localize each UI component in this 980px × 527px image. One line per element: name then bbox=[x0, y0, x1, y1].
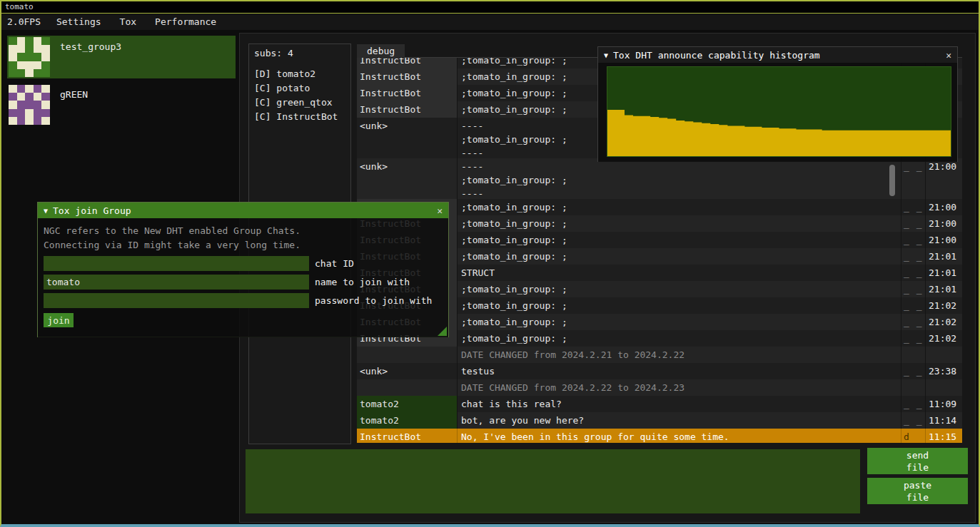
timestamp bbox=[925, 347, 962, 363]
join-info-line: NGC refers to the New DHT enabled Group … bbox=[44, 224, 443, 238]
group-name: gREEN bbox=[60, 89, 88, 100]
join-info-line: Connecting via ID might take a very long… bbox=[44, 238, 443, 252]
menu-item-settings[interactable]: Settings bbox=[47, 16, 111, 27]
join-field: password to join with bbox=[44, 293, 443, 308]
message-text: ;tomato_in_group: ; bbox=[458, 314, 901, 330]
timestamp: 21:01 bbox=[925, 281, 962, 297]
delivery-status: _ _ bbox=[901, 215, 925, 232]
fps-counter: 2.0FPS bbox=[1, 14, 47, 30]
join-button[interactable]: join bbox=[44, 313, 74, 327]
message-text: ----;tomato_in_group: ;---- bbox=[458, 158, 901, 199]
chat-row[interactable]: DATE CHANGED from 2024.2.22 to 2024.2.23 bbox=[357, 379, 962, 396]
chat-row[interactable]: tomato2chat is this real?_ _11:09 bbox=[357, 396, 962, 412]
timestamp bbox=[925, 379, 962, 396]
date-divider: DATE CHANGED from 2024.2.22 to 2024.2.23 bbox=[458, 379, 901, 396]
sender-name: <unk> bbox=[357, 363, 458, 379]
chat-row[interactable]: tomato2bot, are you new here?_ _11:14 bbox=[357, 412, 962, 429]
send-file-button[interactable]: send file bbox=[867, 448, 968, 474]
join-group-titlebar[interactable]: ▼ Tox join Group ✕ bbox=[38, 203, 448, 218]
join-group-window: ▼ Tox join Group ✕ NGC refers to the New… bbox=[37, 202, 449, 337]
delivery-status: _ _ bbox=[901, 412, 925, 429]
timestamp: 21:02 bbox=[925, 330, 962, 347]
timestamp: 11:15 bbox=[925, 429, 962, 443]
message-text: chat is this real? bbox=[458, 396, 901, 412]
menu-items: SettingsToxPerformance bbox=[47, 14, 226, 30]
timestamp: 21:00 bbox=[925, 158, 962, 199]
message-text: ;tomato_in_group: ; bbox=[458, 232, 901, 248]
message-text: ;tomato_in_group: ; bbox=[458, 330, 901, 347]
subs-member-tomato2[interactable]: [D] tomato2 bbox=[249, 67, 350, 81]
chat-row[interactable]: <unk>testus_ _23:38 bbox=[357, 363, 962, 379]
message-text: bot, are you new here? bbox=[458, 412, 901, 429]
delivery-status: _ _ bbox=[901, 158, 925, 199]
date-divider: DATE CHANGED from 2024.2.21 to 2024.2.22 bbox=[458, 347, 901, 363]
close-icon[interactable]: ✕ bbox=[437, 205, 443, 216]
timestamp: 21:00 bbox=[925, 232, 962, 248]
dht-histogram-plot[interactable] bbox=[607, 66, 951, 157]
message-text: ;tomato_in_group: ; bbox=[458, 199, 901, 215]
sidebar-item-gREEN[interactable]: gREEN bbox=[7, 83, 236, 126]
delivery-status: _ _ bbox=[901, 297, 925, 314]
sidebar-item-test_group3[interactable]: test_group3 bbox=[7, 36, 236, 78]
timestamp: 23:38 bbox=[925, 363, 962, 379]
sender-name: InstructBot bbox=[357, 68, 458, 85]
dht-histogram-window: ▼ Tox DHT announce capability histogram … bbox=[597, 46, 958, 162]
dht-histogram-titlebar[interactable]: ▼ Tox DHT announce capability histogram … bbox=[598, 47, 957, 63]
collapse-icon[interactable]: ▼ bbox=[604, 51, 608, 59]
join-group-title: Tox join Group bbox=[53, 205, 131, 216]
chat-scrollbar-thumb[interactable] bbox=[889, 165, 895, 196]
sender-name: InstructBot bbox=[357, 429, 458, 443]
paste-file-button[interactable]: paste file bbox=[867, 478, 968, 504]
menu-item-performance[interactable]: Performance bbox=[146, 16, 226, 27]
window-title: tomato bbox=[5, 2, 34, 11]
window-titlebar: tomato bbox=[1, 1, 979, 14]
message-text: testus bbox=[458, 363, 901, 379]
delivery-status bbox=[901, 347, 925, 363]
message-text: ;tomato_in_group: ; bbox=[458, 215, 901, 232]
menubar: 2.0FPS SettingsToxPerformance bbox=[1, 14, 979, 30]
delivery-status: d bbox=[901, 429, 925, 443]
collapse-icon[interactable]: ▼ bbox=[44, 207, 48, 215]
message-text: ;tomato_in_group: ; bbox=[458, 248, 901, 265]
dht-histogram-title: Tox DHT announce capability histogram bbox=[613, 50, 820, 61]
join-field-label: chat ID bbox=[315, 258, 354, 269]
join-field: name to join with bbox=[44, 275, 443, 290]
subs-list: [D] tomato2[C] potato[C] green_qtox[C] I… bbox=[249, 67, 350, 124]
subs-member-green_qtox[interactable]: [C] green_qtox bbox=[249, 96, 350, 110]
subs-count: subs: 4 bbox=[249, 44, 350, 58]
chat-id-input[interactable] bbox=[44, 256, 309, 271]
message-input[interactable] bbox=[246, 449, 860, 513]
menu-item-tox[interactable]: Tox bbox=[111, 16, 146, 27]
chat-row[interactable]: InstructBotNo, I've been in this group f… bbox=[357, 429, 962, 443]
group-avatar-test_group3-icon bbox=[9, 37, 50, 77]
message-text: ;tomato_in_group: ; bbox=[458, 281, 901, 297]
delivery-status: _ _ bbox=[901, 396, 925, 412]
chat-row[interactable]: <unk>----;tomato_in_group: ;----_ _21:00 bbox=[357, 158, 962, 199]
delivery-status: _ _ bbox=[901, 232, 925, 248]
group-avatar-gREEN-icon bbox=[9, 85, 50, 125]
join-field-label: name to join with bbox=[315, 277, 410, 287]
sender-name: InstructBot bbox=[357, 101, 458, 118]
delivery-status: _ _ bbox=[901, 199, 925, 215]
message-text: No, I've been in this group for quite so… bbox=[458, 429, 901, 443]
app-window: tomato 2.0FPS SettingsToxPerformance tes… bbox=[0, 0, 980, 527]
message-text: STRUCT bbox=[458, 265, 901, 281]
timestamp: 21:00 bbox=[925, 199, 962, 215]
timestamp: 21:02 bbox=[925, 314, 962, 330]
timestamp: 21:01 bbox=[925, 265, 962, 281]
delivery-status: _ _ bbox=[901, 314, 925, 330]
close-icon[interactable]: ✕ bbox=[946, 50, 951, 61]
join-field-label: password to join with bbox=[315, 295, 432, 306]
chat-row[interactable]: DATE CHANGED from 2024.2.21 to 2024.2.22 bbox=[357, 347, 962, 363]
timestamp: 21:01 bbox=[925, 248, 962, 265]
timestamp: 11:09 bbox=[925, 396, 962, 412]
tab-debug[interactable]: debug bbox=[357, 44, 405, 58]
timestamp: 21:02 bbox=[925, 297, 962, 314]
join-password-input[interactable] bbox=[44, 293, 309, 308]
resize-grip[interactable] bbox=[438, 327, 447, 336]
subs-member-InstructBot[interactable]: [C] InstructBot bbox=[249, 110, 350, 124]
message-text: ;tomato_in_group: ; bbox=[458, 297, 901, 314]
subs-member-potato[interactable]: [C] potato bbox=[249, 81, 350, 96]
join-name-input[interactable] bbox=[44, 275, 309, 290]
join-group-body: NGC refers to the New DHT enabled Group … bbox=[38, 218, 448, 337]
